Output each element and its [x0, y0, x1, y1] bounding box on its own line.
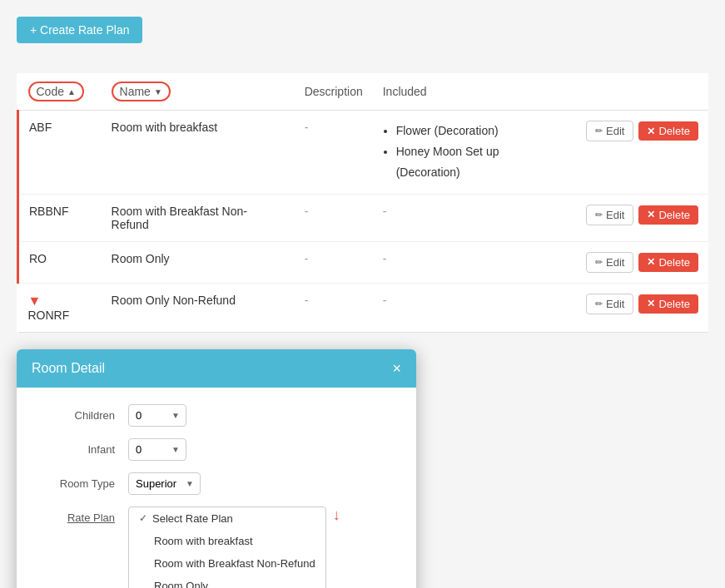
- row-actions: ✏ Edit ✕ Delete: [576, 241, 708, 283]
- room-type-select[interactable]: Superior Deluxe Standard: [128, 472, 201, 495]
- description-column-header: Description: [295, 73, 373, 111]
- rate-plan-dropdown[interactable]: Select Rate PlanRoom with breakfastRoom …: [128, 506, 326, 588]
- x-icon: ✕: [647, 298, 655, 309]
- dropdown-list-item[interactable]: Room Only: [129, 575, 325, 588]
- modal-header: Room Detail ×: [17, 349, 416, 388]
- children-select[interactable]: 0123: [128, 404, 186, 427]
- actions-column-header: [576, 73, 708, 111]
- children-label: Children: [37, 409, 128, 422]
- table-row: RBBNFRoom with Breakfast Non-Refund-- ✏ …: [18, 194, 709, 241]
- down-arrow-icon: ▼: [28, 294, 42, 308]
- delete-label: Delete: [658, 209, 690, 221]
- included-item: Honey Moon Set up (Decoration): [396, 141, 566, 183]
- edit-button[interactable]: ✏ Edit: [586, 294, 633, 314]
- edit-label: Edit: [606, 298, 624, 310]
- edit-button[interactable]: ✏ Edit: [586, 205, 633, 225]
- included-item: Flower (Decoration): [396, 121, 566, 141]
- rate-plans-table: Code ▲ Name ▼ Description Included ABFRo…: [17, 73, 708, 333]
- delete-label: Delete: [658, 298, 690, 310]
- row-description: -: [295, 111, 373, 195]
- x-icon: ✕: [647, 126, 655, 137]
- row-actions: ✏ Edit ✕ Delete: [576, 194, 708, 241]
- infant-select[interactable]: 012: [128, 438, 186, 461]
- row-name: Room Only Non-Refund: [102, 283, 295, 332]
- x-icon: ✕: [647, 209, 655, 220]
- table-row: ▼ RONRFRoom Only Non-Refund-- ✏ Edit ✕ D…: [18, 283, 709, 332]
- row-code: RO: [18, 241, 102, 283]
- row-name: Room with Breakfast Non-Refund: [102, 194, 295, 241]
- row-actions: ✏ Edit ✕ Delete: [576, 111, 708, 195]
- edit-button[interactable]: ✏ Edit: [586, 252, 633, 273]
- create-rate-plan-button[interactable]: + Create Rate Plan: [17, 17, 142, 43]
- rate-plan-label: Rate Plan: [37, 506, 128, 524]
- delete-button[interactable]: ✕ Delete: [638, 205, 698, 225]
- row-code: RBBNF: [18, 194, 102, 241]
- row-description: -: [295, 241, 373, 283]
- delete-button[interactable]: ✕ Delete: [638, 121, 698, 141]
- table-row: ABFRoom with breakfast-Flower (Decoratio…: [18, 111, 709, 195]
- children-select-wrapper[interactable]: 0123: [128, 404, 186, 427]
- edit-label: Edit: [606, 125, 624, 137]
- infant-select-wrapper[interactable]: 012: [128, 438, 186, 461]
- rate-plan-dropdown-container: Select Rate PlanRoom with breakfastRoom …: [128, 506, 326, 588]
- dropdown-list-item[interactable]: Room with Breakfast Non-Refund: [129, 552, 325, 575]
- row-included: -: [373, 283, 576, 332]
- modal-title: Room Detail: [32, 361, 105, 376]
- row-name: Room Only: [102, 241, 295, 283]
- name-column-header[interactable]: Name ▼: [102, 73, 295, 111]
- row-description: -: [295, 194, 373, 241]
- modal-body: Children 0123 Infant 012 Room Type: [17, 388, 416, 588]
- rate-plan-row: Rate Plan Select Rate PlanRoom with brea…: [37, 506, 396, 588]
- delete-label: Delete: [658, 256, 690, 269]
- infant-label: Infant: [37, 443, 128, 456]
- red-down-arrow-icon: ↓: [333, 506, 340, 524]
- infant-row: Infant 012: [37, 438, 396, 461]
- code-column-header[interactable]: Code ▲: [18, 73, 102, 111]
- delete-button[interactable]: ✕ Delete: [638, 253, 698, 272]
- delete-button[interactable]: ✕ Delete: [638, 294, 698, 314]
- table-row: RORoom Only-- ✏ Edit ✕ Delete: [18, 241, 709, 283]
- code-sort-arrow: ▲: [67, 87, 76, 96]
- x-icon: ✕: [647, 256, 655, 268]
- row-description: -: [295, 283, 373, 332]
- row-included: -: [373, 241, 576, 283]
- children-row: Children 0123: [37, 404, 396, 427]
- included-column-header: Included: [373, 73, 576, 111]
- name-sort-arrow: ▼: [154, 87, 162, 96]
- row-name: Room with breakfast: [102, 111, 295, 195]
- dropdown-list-item[interactable]: Select Rate Plan: [129, 507, 325, 530]
- room-type-select-wrapper[interactable]: Superior Deluxe Standard: [128, 472, 201, 495]
- edit-label: Edit: [606, 209, 624, 221]
- row-code: ▼ RONRF: [18, 283, 102, 332]
- pencil-icon: ✏: [595, 299, 603, 309]
- pencil-icon: ✏: [595, 257, 603, 268]
- pencil-icon: ✏: [595, 210, 603, 220]
- room-detail-modal: Room Detail × Children 0123 Infant 012: [17, 349, 416, 588]
- dropdown-list-item[interactable]: Room with breakfast: [129, 530, 325, 552]
- row-actions: ✏ Edit ✕ Delete: [576, 283, 708, 332]
- row-included: Flower (Decoration)Honey Moon Set up (De…: [373, 111, 576, 195]
- row-code: ABF: [18, 111, 102, 195]
- pencil-icon: ✏: [595, 126, 603, 136]
- modal-close-button[interactable]: ×: [392, 361, 401, 376]
- edit-label: Edit: [606, 256, 624, 269]
- delete-label: Delete: [658, 125, 690, 137]
- room-type-row: Room Type Superior Deluxe Standard: [37, 472, 396, 495]
- edit-button[interactable]: ✏ Edit: [586, 121, 633, 141]
- room-type-label: Room Type: [37, 477, 128, 490]
- row-included: -: [373, 194, 576, 241]
